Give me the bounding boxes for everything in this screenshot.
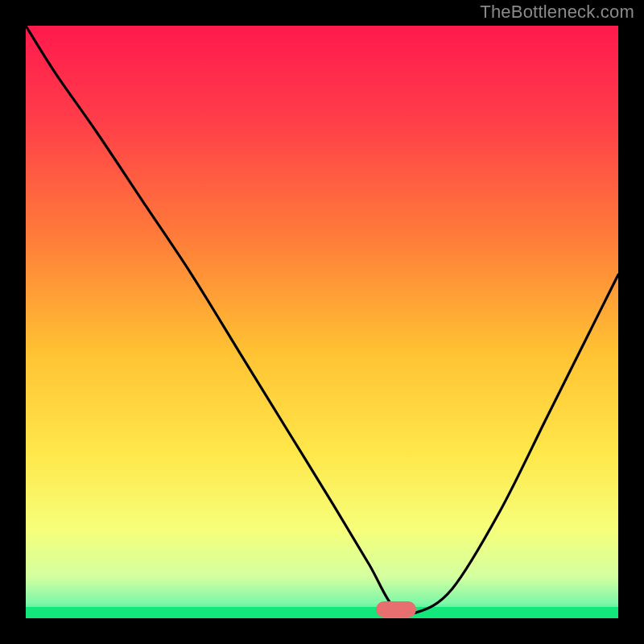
optimal-point-marker [376,601,416,617]
watermark-text: TheBottleneck.com [480,2,634,23]
bottleneck-curve [26,26,618,618]
plot-area [26,26,618,618]
chart-frame: TheBottleneck.com [0,0,644,644]
